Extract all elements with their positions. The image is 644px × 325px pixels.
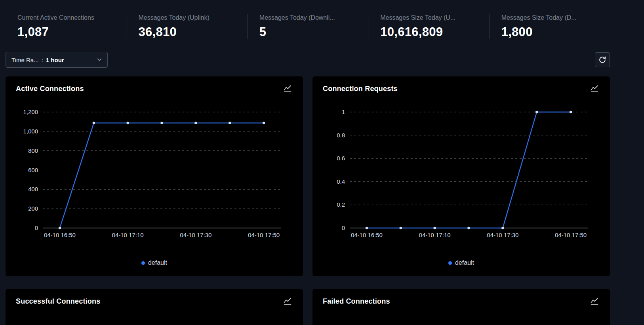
chart-legend: default [323, 259, 600, 266]
line-chart-icon [283, 84, 292, 93]
svg-text:04-10 17:10: 04-10 17:10 [419, 232, 451, 238]
stat-card: Messages Today (Uplink)36,810 [126, 14, 247, 39]
svg-text:0.6: 0.6 [337, 155, 345, 162]
chart-card-header: Active Connections [16, 84, 293, 97]
stat-value: 1,800 [501, 25, 610, 39]
stat-value: 1,087 [17, 25, 126, 39]
line-chart-toggle-button[interactable] [589, 296, 600, 306]
stat-label: Messages Size Today (U... [380, 14, 489, 21]
stat-card: Messages Size Today (D...1,800 [489, 14, 610, 39]
stat-card: Current Active Connections1,087 [6, 14, 126, 39]
svg-text:04-10 17:10: 04-10 17:10 [112, 232, 144, 238]
chart-card-header: Successful Connections [16, 296, 293, 310]
svg-text:0.4: 0.4 [337, 178, 345, 185]
chart-card-active-connections: Active Connections02004006008001,0001,20… [6, 76, 303, 276]
charts-grid: Active Connections02004006008001,0001,20… [6, 76, 610, 325]
stat-label: Messages Today (Uplink) [138, 14, 247, 21]
chart-card-failed-connections: Failed Connections [312, 289, 610, 325]
line-chart-icon [283, 297, 292, 306]
legend-dot-icon [448, 261, 452, 265]
line-chart-toggle-button[interactable] [282, 84, 293, 94]
time-range-value: 1 hour [46, 57, 64, 63]
toolbar: Time Ra... : 1 hour [6, 52, 610, 68]
line-chart-canvas: 02004006008001,0001,20004-10 16:5004-10 … [16, 100, 293, 242]
svg-text:200: 200 [28, 205, 38, 212]
stat-value: 10,616,809 [380, 25, 489, 39]
chevron-down-icon [97, 58, 102, 61]
svg-text:1,200: 1,200 [23, 108, 38, 115]
stat-label: Messages Today (Downli... [259, 14, 368, 21]
line-chart-icon [590, 297, 599, 306]
svg-text:1: 1 [342, 108, 345, 115]
svg-text:04-10 17:30: 04-10 17:30 [487, 232, 518, 238]
svg-text:04-10 17:50: 04-10 17:50 [555, 232, 587, 238]
dashboard-page: Current Active Connections1,087Messages … [6, 14, 610, 325]
line-chart-canvas: 00.20.40.60.8104-10 16:5004-10 17:1004-1… [323, 100, 600, 242]
chart-card-header: Connection Requests [323, 84, 600, 97]
svg-text:04-10 16:50: 04-10 16:50 [44, 232, 76, 238]
chart-title: Successful Connections [16, 296, 100, 306]
refresh-button[interactable] [595, 52, 610, 67]
stat-value: 36,810 [138, 25, 247, 39]
svg-text:04-10 16:50: 04-10 16:50 [351, 232, 383, 238]
stat-card: Messages Size Today (U...10,616,809 [368, 14, 489, 39]
time-range-separator: : [42, 57, 43, 63]
chart-title: Failed Connections [323, 296, 390, 306]
stats-row: Current Active Connections1,087Messages … [6, 14, 610, 39]
line-chart-toggle-button[interactable] [282, 296, 293, 306]
stat-value: 5 [259, 25, 368, 39]
refresh-icon [598, 56, 606, 64]
svg-text:0.8: 0.8 [337, 132, 345, 139]
chart-card-header: Failed Connections [323, 296, 600, 310]
svg-text:800: 800 [28, 147, 38, 154]
svg-text:1,000: 1,000 [23, 128, 38, 135]
chart-title: Connection Requests [323, 84, 398, 94]
legend-dot-icon [141, 261, 145, 265]
time-range-dropdown[interactable]: Time Ra... : 1 hour [6, 52, 108, 68]
legend-item-default[interactable]: default [141, 259, 167, 266]
svg-text:04-10 17:30: 04-10 17:30 [180, 232, 211, 238]
time-range-label: Time Ra... [11, 57, 39, 63]
chart-legend: default [16, 259, 293, 266]
svg-text:04-10 17:50: 04-10 17:50 [248, 232, 280, 238]
svg-text:0: 0 [342, 224, 345, 231]
stat-card: Messages Today (Downli...5 [247, 14, 368, 39]
legend-label: default [148, 259, 167, 266]
svg-text:400: 400 [28, 186, 38, 192]
svg-text:0.2: 0.2 [337, 201, 345, 208]
line-chart-toggle-button[interactable] [589, 84, 600, 94]
stat-label: Current Active Connections [17, 14, 126, 21]
svg-text:600: 600 [28, 167, 38, 173]
legend-label: default [455, 259, 474, 266]
line-chart-icon [590, 84, 599, 93]
chart-title: Active Connections [16, 84, 84, 94]
chart-card-connection-requests: Connection Requests00.20.40.60.8104-10 1… [312, 76, 610, 276]
stat-label: Messages Size Today (D... [501, 14, 610, 21]
chart-card-successful-connections: Successful Connections [6, 289, 303, 325]
legend-item-default[interactable]: default [448, 259, 474, 266]
svg-text:0: 0 [35, 224, 38, 231]
